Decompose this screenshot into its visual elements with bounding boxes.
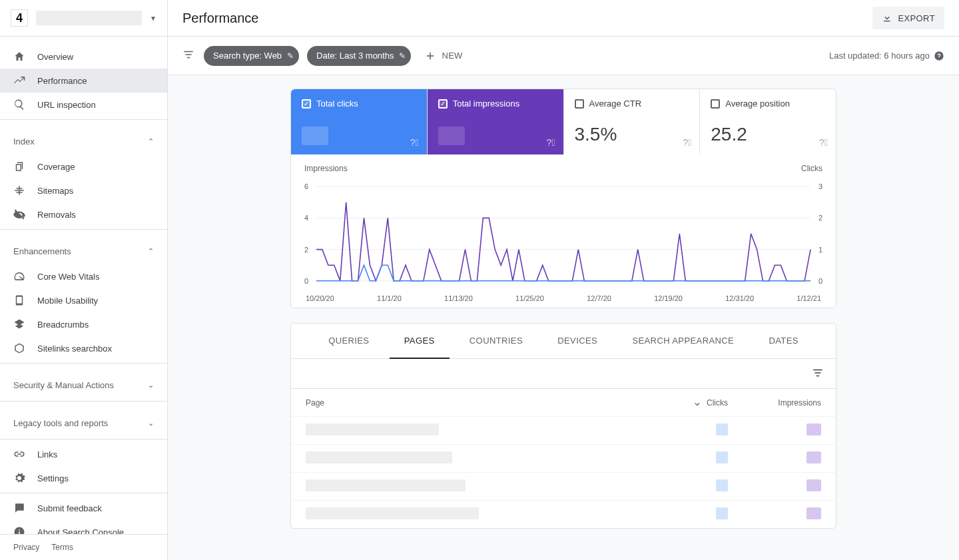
edit-icon: ✎ (287, 51, 294, 61)
sidebar-item-about[interactable]: About Search Console (0, 520, 167, 534)
phone-icon (13, 294, 25, 306)
filter-icon[interactable] (812, 367, 824, 381)
sidebar-item-settings[interactable]: Settings (0, 466, 167, 490)
metric-label: Average position (725, 99, 790, 109)
checkbox-unchecked-icon (711, 99, 720, 109)
help-icon[interactable]: ?⃝ (683, 137, 691, 148)
sidebar-item-feedback[interactable]: Submit feedback (0, 496, 167, 520)
property-logo: 4 (11, 9, 28, 27)
trend-icon (13, 75, 25, 87)
metric-value: 25.2 (711, 124, 825, 145)
sidebar-item-removals[interactable]: Removals (0, 202, 167, 226)
sidebar-section-label: Legacy tools and reports (13, 418, 108, 428)
chip-search-type[interactable]: Search type: Web ✎ (204, 46, 299, 66)
sidebar-section-enhancements[interactable]: Enhancements ⌃ (0, 238, 167, 264)
new-filter-button[interactable]: NEW (424, 50, 462, 62)
table-toolbar (291, 359, 836, 388)
sidebar-section-label: Index (13, 137, 35, 146)
y-axis-left-label: Impressions (304, 164, 348, 173)
metric-total-impressions[interactable]: ✓Total impressions ?⃝ (428, 89, 564, 154)
sidebar-section-security[interactable]: Security & Manual Actions ⌄ (0, 372, 167, 398)
info-icon (13, 526, 25, 534)
table-body (291, 416, 836, 528)
chevron-down-icon: ⌄ (148, 381, 154, 390)
page-header: Performance EXPORT (168, 0, 959, 37)
tab-pages[interactable]: PAGES (390, 324, 450, 359)
metric-value-redacted (438, 127, 465, 145)
new-label: NEW (442, 51, 462, 61)
filter-bar: Search type: Web ✎ Date: Last 3 months ✎… (168, 37, 959, 75)
chart-svg: 00214263 (304, 177, 822, 290)
help-icon[interactable] (934, 51, 944, 61)
sidebar-item-performance[interactable]: Performance (0, 69, 167, 93)
tab-search-appearance[interactable]: SEARCH APPEARANCE (617, 324, 749, 358)
property-name-redacted (36, 11, 142, 25)
privacy-link[interactable]: Privacy (13, 543, 39, 552)
column-clicks[interactable]: Clicks (648, 398, 728, 408)
sidebar-item-coverage[interactable]: Coverage (0, 154, 167, 178)
sidebar-item-links[interactable]: Links (0, 442, 167, 466)
metric-value: 3.5% (575, 124, 689, 145)
filter-icon[interactable] (182, 49, 196, 63)
tab-dates[interactable]: DATES (754, 324, 812, 358)
search-icon (13, 99, 25, 111)
plus-icon (424, 50, 436, 62)
metric-cards: ✓Total clicks ?⃝ ✓Total impressions ?⃝ A… (291, 89, 836, 154)
metric-value-redacted (302, 127, 328, 145)
metric-label: Average CTR (589, 99, 642, 109)
svg-text:2: 2 (304, 246, 308, 254)
link-icon (13, 448, 25, 460)
x-axis-ticks: 10/20/2011/1/2011/13/2011/25/2012/7/2012… (304, 294, 822, 302)
page-title: Performance (182, 11, 259, 26)
sidebar-item-cwv[interactable]: Core Web Vitals (0, 264, 167, 288)
table-row[interactable] (291, 472, 836, 500)
sidebar-item-mobile[interactable]: Mobile Usability (0, 288, 167, 312)
chip-label: Date: Last 3 months (316, 51, 394, 61)
tab-queries[interactable]: QUERIES (314, 324, 384, 358)
svg-text:1: 1 (818, 246, 822, 254)
sidebar-item-sitemaps[interactable]: Sitemaps (0, 178, 167, 202)
metric-avg-ctr[interactable]: Average CTR 3.5% ?⃝ (564, 89, 701, 154)
sidebar: 4 ▼ Overview Performance URL inspection (0, 0, 168, 560)
sidebar-item-label: URL inspection (37, 100, 96, 110)
table-panel: QUERIESPAGESCOUNTRIESDEVICESSEARCH APPEA… (290, 323, 836, 529)
export-button[interactable]: EXPORT (872, 7, 944, 29)
table-row[interactable] (291, 500, 836, 528)
sitemap-icon (13, 184, 25, 196)
export-label: EXPORT (898, 13, 935, 23)
help-icon[interactable]: ?⃝ (819, 137, 828, 148)
chevron-up-icon: ⌃ (148, 137, 154, 146)
table-row[interactable] (291, 416, 836, 444)
gear-icon (13, 472, 25, 484)
svg-text:4: 4 (304, 214, 308, 222)
svg-text:6: 6 (304, 182, 308, 190)
layers-icon (13, 318, 25, 330)
metric-total-clicks[interactable]: ✓Total clicks ?⃝ (291, 89, 428, 154)
terms-link[interactable]: Terms (51, 543, 73, 552)
sidebar-item-url-inspection[interactable]: URL inspection (0, 93, 167, 117)
checkbox-checked-icon: ✓ (438, 99, 448, 109)
column-page[interactable]: Page (306, 398, 648, 408)
main-content: Performance EXPORT Search type: Web ✎ Da… (168, 0, 959, 560)
column-impressions[interactable]: Impressions (728, 398, 821, 408)
metric-avg-position[interactable]: Average position 25.2 ?⃝ (700, 89, 836, 154)
sidebar-item-sitelinks[interactable]: Sitelinks searchbox (0, 336, 167, 360)
sidebar-item-label: Links (37, 449, 57, 459)
help-icon[interactable]: ?⃝ (547, 137, 555, 148)
sidebar-section-index[interactable]: Index ⌃ (0, 128, 167, 154)
visibility-off-icon (13, 208, 25, 220)
sidebar-item-label: Performance (37, 76, 87, 86)
sidebar-section-legacy[interactable]: Legacy tools and reports ⌄ (0, 410, 167, 436)
tab-countries[interactable]: COUNTRIES (455, 324, 537, 358)
table-row[interactable] (291, 444, 836, 472)
sidebar-item-breadcrumbs[interactable]: Breadcrumbs (0, 312, 167, 336)
table-header: Page Clicks Impressions (291, 388, 836, 416)
tab-devices[interactable]: DEVICES (543, 324, 612, 358)
sidebar-footer: Privacy Terms (0, 534, 167, 560)
sidebar-item-overview[interactable]: Overview (0, 45, 167, 69)
sidebar-item-label: Sitelinks searchbox (37, 344, 112, 354)
chip-date[interactable]: Date: Last 3 months ✎ (307, 46, 411, 66)
help-icon[interactable]: ?⃝ (410, 137, 419, 148)
sidebar-item-label: Settings (37, 473, 69, 483)
property-selector[interactable]: 4 ▼ (0, 0, 167, 37)
